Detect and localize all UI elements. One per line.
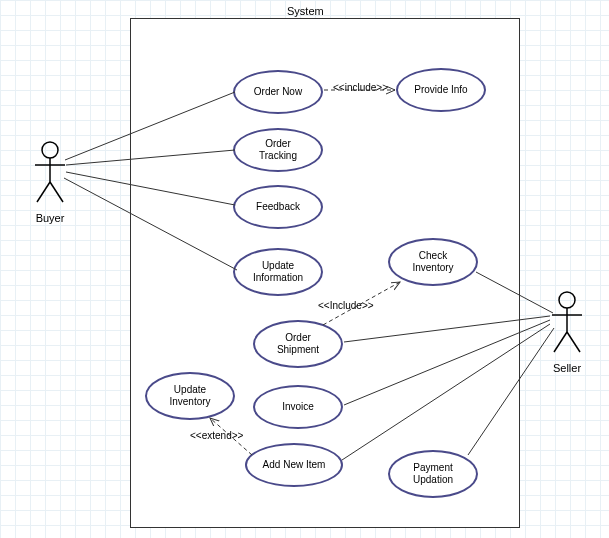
usecase-provide-info[interactable]: Provide Info (396, 68, 486, 112)
usecase-invoice[interactable]: Invoice (253, 385, 343, 429)
usecase-order-tracking[interactable]: Order Tracking (233, 128, 323, 172)
usecase-label: Feedback (256, 201, 300, 213)
svg-line-9 (567, 332, 580, 352)
usecase-payment-updation[interactable]: Payment Updation (388, 450, 478, 498)
actor-seller-label: Seller (547, 362, 587, 374)
usecase-label: Provide Info (414, 84, 467, 96)
usecase-label: Payment Updation (413, 462, 453, 486)
svg-line-3 (37, 182, 50, 202)
usecase-feedback[interactable]: Feedback (233, 185, 323, 229)
usecase-update-info[interactable]: Update Information (233, 248, 323, 296)
usecase-add-new-item[interactable]: Add New Item (245, 443, 343, 487)
usecase-label: Check Inventory (412, 250, 453, 274)
usecase-label: Update Information (253, 260, 303, 284)
rel-include-label-1: <<include>> (333, 82, 388, 93)
svg-point-5 (559, 292, 575, 308)
usecase-update-inventory[interactable]: Update Inventory (145, 372, 235, 420)
rel-extend-label: <<extend>> (190, 430, 243, 441)
usecase-check-inventory[interactable]: Check Inventory (388, 238, 478, 286)
svg-point-0 (42, 142, 58, 158)
usecase-order-shipment[interactable]: Order Shipment (253, 320, 343, 368)
svg-line-8 (554, 332, 567, 352)
actor-buyer-label: Buyer (30, 212, 70, 224)
usecase-label: Order Tracking (259, 138, 297, 162)
usecase-label: Order Shipment (277, 332, 319, 356)
usecase-order-now[interactable]: Order Now (233, 70, 323, 114)
actor-buyer-icon (30, 140, 70, 210)
usecase-label: Invoice (282, 401, 314, 413)
usecase-label: Add New Item (263, 459, 326, 471)
usecase-label: Order Now (254, 86, 302, 98)
actor-seller-icon (547, 290, 587, 360)
usecase-label: Update Inventory (169, 384, 210, 408)
rel-include-label-2: <<Include>> (318, 300, 374, 311)
system-title: System (287, 5, 324, 17)
diagram-canvas: System Order Now Provide Info Order Trac… (0, 0, 609, 538)
svg-line-4 (50, 182, 63, 202)
